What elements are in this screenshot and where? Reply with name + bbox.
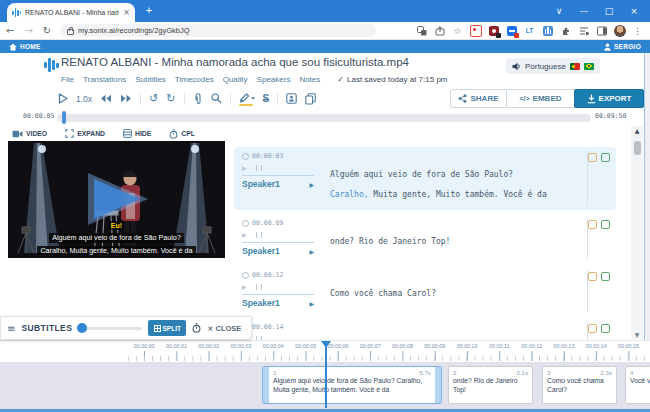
card-duration: 3.1s (516, 369, 528, 376)
tab-video[interactable]: VIDEO (12, 130, 47, 138)
scroll-up-icon[interactable]: ▲ (631, 127, 643, 134)
reload-icon[interactable]: ↻ (43, 24, 51, 37)
profile-avatar[interactable] (613, 24, 626, 37)
tab-search-icon[interactable]: ∨ (551, 2, 567, 20)
subtitle-card-3[interactable]: 32.3s Como você chama Carol? (542, 366, 617, 404)
tab-close-icon[interactable]: × (123, 8, 130, 17)
search-icon[interactable] (211, 93, 222, 104)
rewind-icon[interactable] (100, 94, 112, 103)
language-selector[interactable]: Portuguese (506, 58, 600, 74)
transcript-scrollbar[interactable]: ▲ ▼ (631, 126, 643, 339)
subtitles-menu-icon[interactable]: ≡ (7, 323, 15, 334)
card-right-handle[interactable] (435, 367, 441, 403)
copy-icon[interactable] (305, 93, 316, 105)
subtitle-card-4[interactable]: 4 Você v vocês. (625, 366, 650, 404)
redo-icon[interactable]: ↻ (166, 93, 175, 105)
subtitle-card-1[interactable]: 15.7s Alguém aqui veio de fora de São Pa… (262, 366, 442, 404)
menu-subtitles[interactable]: Subtitles (135, 75, 166, 84)
attach-icon[interactable] (193, 93, 203, 105)
subtitle-check-icon[interactable] (601, 272, 610, 281)
tab-expand[interactable]: EXPAND (65, 129, 105, 138)
speaker-dropdown[interactable]: Speaker1 ▶ (242, 175, 314, 189)
comment-icon[interactable] (588, 272, 597, 281)
play-segment-icon[interactable]: ▶ (242, 165, 247, 171)
play-segment-icon[interactable]: ▶ (242, 284, 247, 290)
user-menu[interactable]: SERGIO (604, 43, 641, 51)
tab-cpl[interactable]: CPL (169, 129, 195, 139)
play-segment-icon[interactable]: ▶ (242, 232, 247, 238)
forward-icon[interactable]: → (24, 24, 32, 37)
share-page-icon[interactable] (433, 24, 446, 37)
strikethrough-icon[interactable]: S (263, 93, 270, 104)
reading-list-icon[interactable] (577, 24, 590, 37)
home-link[interactable]: HOME (9, 43, 41, 51)
bookmark-star-icon[interactable]: ☆ (451, 24, 464, 37)
duration-stopwatch-icon[interactable] (192, 323, 201, 333)
maximize-icon[interactable]: □ (601, 2, 617, 20)
menu-file[interactable]: File (61, 75, 74, 84)
comment-icon[interactable] (588, 153, 597, 162)
seek-bar[interactable] (57, 114, 591, 122)
export-button[interactable]: EXPORT (574, 89, 644, 108)
share-button[interactable]: SHARE (450, 89, 507, 108)
menu-timecodes[interactable]: Timecodes (175, 75, 214, 84)
speaker-dropdown[interactable]: Speaker1 ▶ (242, 294, 314, 308)
timestamp-button[interactable]: 00:00:14 (242, 323, 318, 331)
extension-camera-icon[interactable] (487, 24, 500, 37)
seek-handle[interactable] (62, 111, 66, 124)
embed-button[interactable]: </> EMBED (506, 89, 575, 108)
extension-shield-icon[interactable] (469, 24, 482, 37)
timestamp-button[interactable]: 00:00:03 (242, 152, 318, 160)
extensions-puzzle-icon[interactable] (559, 24, 572, 37)
minor-ticks (128, 356, 647, 361)
play-button[interactable] (58, 93, 68, 104)
browser-menu-icon[interactable]: ⋮ (631, 24, 644, 37)
playback-speed-button[interactable]: 1.0x (76, 94, 92, 104)
languagetool-icon[interactable]: LT (523, 24, 536, 37)
split-button[interactable]: SPLIT (148, 320, 186, 336)
chevron-right-icon: ▶ (309, 248, 314, 255)
address-bar[interactable]: my.sonix.ai/recordings/2gyGkbJQ (60, 24, 376, 37)
menu-speakers[interactable]: Speakers (257, 75, 291, 84)
speaker-dropdown[interactable]: Speaker1 ▶ (242, 242, 314, 256)
scrollbar-thumb[interactable] (634, 141, 641, 155)
transcript-text[interactable]: Como você chama Carol? (330, 284, 582, 304)
video-captions: Eu! Alguém aqui veio de fora de São Paul… (8, 218, 225, 256)
comment-icon[interactable] (588, 324, 597, 333)
pause-segment-icon[interactable] (256, 232, 262, 238)
subtitle-zoom-slider[interactable] (78, 327, 142, 330)
timestamp-button[interactable]: 00:00:09 (242, 219, 318, 227)
dictionary-icon[interactable] (286, 93, 297, 104)
pause-segment-icon[interactable] (256, 165, 262, 171)
transcript-text[interactable]: onde? Rio de Janeiro Top! (330, 232, 582, 252)
pause-segment-icon[interactable] (256, 284, 262, 290)
extension-blue-icon[interactable] (505, 24, 518, 37)
scroll-down-icon[interactable]: ▼ (631, 331, 643, 338)
tab-hide[interactable]: HIDE (123, 129, 151, 138)
highlighter-button[interactable]: ▾ (239, 92, 255, 106)
browser-tab[interactable]: RENATO ALBANI - Minha namora × (7, 3, 135, 22)
comment-icon[interactable] (588, 220, 597, 229)
minimize-icon[interactable]: — (576, 2, 592, 20)
new-tab-button[interactable]: + (142, 4, 156, 16)
transcript-text[interactable]: Alguém aqui veio de fora de São Paulo? C… (330, 165, 582, 205)
side-panel-icon[interactable] (595, 24, 608, 37)
menu-quality[interactable]: Quality (223, 75, 248, 84)
fast-forward-icon[interactable] (120, 94, 132, 103)
extension-waves-icon[interactable] (541, 24, 554, 37)
menu-translations[interactable]: Translations (83, 75, 126, 84)
elapsed-time: 00:00:05 (23, 112, 54, 120)
timestamp-button[interactable]: 00:00:12 (242, 271, 318, 279)
close-window-icon[interactable]: × (626, 2, 642, 20)
subtitle-card-2[interactable]: 23.1s onde? Rio de Janeiro Top! (448, 366, 533, 404)
subtitle-check-icon[interactable] (601, 324, 610, 333)
close-subtitles-button[interactable]: × CLOSE (207, 324, 241, 333)
subtitle-check-icon[interactable] (601, 220, 610, 229)
menu-notes[interactable]: Notes (299, 75, 320, 84)
subtitle-check-icon[interactable] (601, 153, 610, 162)
back-icon[interactable]: ← (6, 24, 14, 37)
video-player[interactable]: Eu! Alguém aqui veio de fora de São Paul… (8, 141, 225, 258)
translate-icon[interactable] (415, 24, 428, 37)
undo-icon[interactable]: ↺ (149, 93, 158, 105)
slider-handle[interactable] (77, 323, 87, 333)
